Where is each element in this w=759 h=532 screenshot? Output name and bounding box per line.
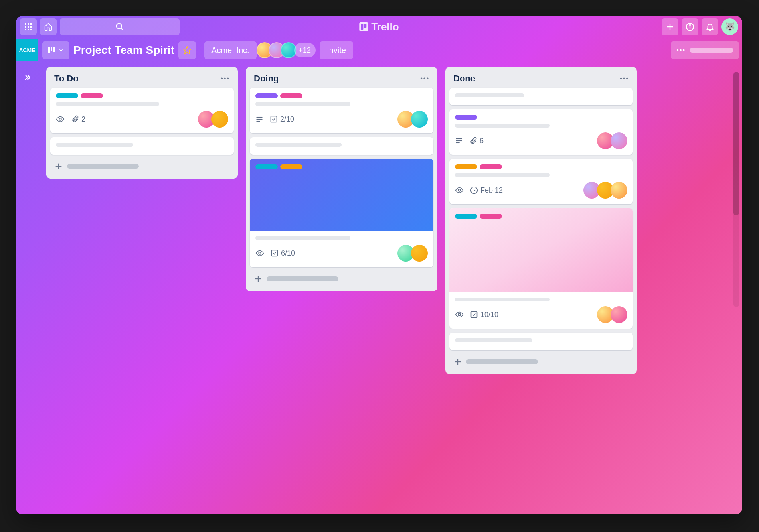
svg-line-10 [121,28,123,30]
card-title-placeholder [455,298,550,301]
checklist-count: 10/10 [480,311,498,319]
watch-badge [455,310,464,319]
board-title[interactable]: Project Team Spirit [73,44,174,57]
card[interactable]: 10/10 [449,208,633,329]
watch-badge [255,249,264,258]
board-canvas[interactable]: To Do ••• [38,63,742,514]
bell-icon [706,22,714,31]
label-purple[interactable] [455,115,477,120]
checklist-badge: 10/10 [470,311,498,319]
board-menu-button[interactable]: ••• [671,41,739,59]
card-member-avatar[interactable] [411,245,428,262]
list-doing: Doing ••• [246,67,437,291]
team-short: ACME [19,47,35,53]
card[interactable]: 6/10 [250,159,433,267]
sidebar-collapsed [16,63,38,514]
team-logo[interactable]: ACME [16,39,38,61]
eye-icon [455,310,464,319]
paperclip-icon [469,137,477,145]
svg-rect-1 [28,23,29,25]
card-title-placeholder [455,93,524,97]
due-date: Feb 12 [480,186,503,195]
list-title[interactable]: Done [453,73,475,84]
apps-menu-button[interactable] [20,18,37,35]
card-member-avatar[interactable] [211,111,228,128]
card-title-placeholder [255,236,350,240]
svg-rect-2 [30,23,32,25]
label-cyan[interactable] [255,164,278,169]
watch-badge [56,115,65,124]
card[interactable] [449,333,633,350]
add-card-button[interactable] [449,354,633,369]
search-input[interactable] [60,18,180,35]
card-cover [449,208,633,292]
divider [200,45,200,56]
card[interactable] [50,137,234,155]
expand-sidebar-button[interactable] [21,71,34,84]
checklist-count: 2/10 [280,115,294,124]
invite-button[interactable]: Invite [320,41,353,59]
board-main: To Do ••• [16,63,742,514]
info-button[interactable] [682,18,698,35]
team-link[interactable]: Acme, Inc. [204,41,256,59]
description-icon [255,115,263,123]
add-card-button[interactable] [50,159,234,174]
card-title-placeholder [56,102,159,106]
scrollbar-thumb[interactable] [733,72,739,215]
card-member-avatar[interactable] [611,182,627,199]
card[interactable]: Feb 12 [449,159,633,204]
checklist-icon [271,249,279,257]
label-cyan[interactable] [455,214,477,219]
card-member-avatar[interactable] [611,306,627,323]
checklist-icon [470,311,478,319]
list-menu-button[interactable]: ••• [620,75,629,82]
svg-point-27 [259,252,261,254]
board-members[interactable]: +12 [261,42,316,58]
watch-badge [455,186,464,195]
card[interactable]: 6 [449,109,633,155]
checklist-badge: 2/10 [270,115,294,124]
list-menu-button[interactable]: ••• [221,75,230,82]
label-pink[interactable] [480,164,502,169]
due-date-badge: Feb 12 [470,186,503,195]
card-title-placeholder [455,173,550,177]
create-button[interactable] [662,18,678,35]
add-card-label-placeholder [267,276,338,281]
invite-label: Invite [327,46,346,55]
list-menu-button[interactable]: ••• [420,75,429,82]
label-yellow[interactable] [455,164,477,169]
card[interactable]: 2/10 [250,88,433,133]
star-board-button[interactable] [178,41,196,59]
add-card-button[interactable] [250,271,433,286]
list-title[interactable]: To Do [54,73,79,84]
list-title[interactable]: Doing [254,73,279,84]
svg-rect-37 [471,312,477,318]
user-avatar[interactable]: 🐺 [721,18,738,35]
svg-point-9 [117,24,122,29]
eye-icon [455,186,464,195]
label-purple[interactable] [255,93,278,98]
notifications-button[interactable] [702,18,718,35]
label-pink[interactable] [280,93,302,98]
app-brand: Trello [359,21,399,33]
label-yellow[interactable] [280,164,302,169]
card-member-avatar[interactable] [611,132,627,149]
board-views-switcher[interactable] [42,41,69,59]
svg-point-20 [59,118,61,120]
card[interactable] [449,88,633,105]
card[interactable] [250,137,433,155]
svg-rect-4 [28,26,29,28]
team-name: Acme, Inc. [211,46,249,55]
global-header: Trello 🐺 [16,16,742,37]
card[interactable]: 2 [50,88,234,133]
card-title-placeholder [56,143,133,147]
member-overflow-count[interactable]: +12 [294,43,316,57]
label-cyan[interactable] [56,93,78,98]
label-pink[interactable] [480,214,502,219]
svg-rect-7 [28,29,29,30]
home-button[interactable] [40,18,57,35]
card-member-avatar[interactable] [411,111,428,128]
label-pink[interactable] [81,93,103,98]
description-badge [255,115,263,123]
svg-rect-17 [51,47,52,51]
